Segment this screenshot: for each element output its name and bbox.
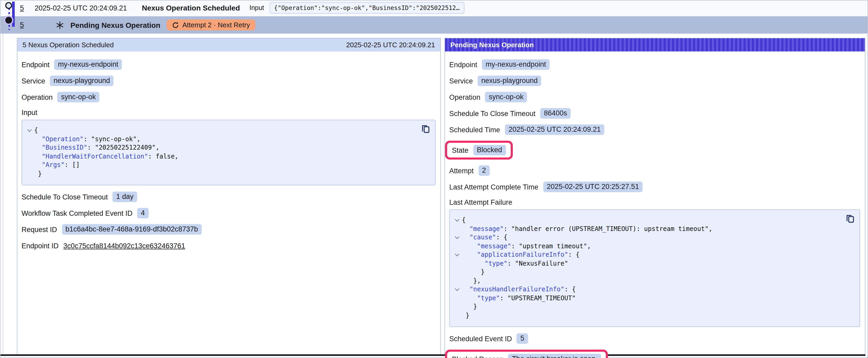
field-label: Operation — [449, 93, 480, 101]
attempt-badge-label: Attempt 2 · Next Retry — [182, 21, 250, 29]
json-indent — [462, 294, 477, 302]
json-line: "BusinessID" : "20250225122409", — [26, 143, 417, 152]
event-title: Nexus Operation Scheduled — [142, 4, 240, 12]
field-label: Last Attempt Complete Time — [449, 183, 538, 191]
collapse-chevron-icon[interactable] — [454, 233, 462, 242]
timeline-filled-circle-icon[interactable] — [5, 17, 12, 24]
json-key: "type" — [477, 294, 500, 302]
field-value-badge: my-nexus-endpoint — [54, 59, 122, 70]
field-value-badge: 4 — [137, 208, 149, 218]
json-value: : "handler error (UPSTREAM_TIMEOUT): ups… — [504, 224, 712, 233]
scheduled-panel-title: 5 Nexus Operation Scheduled — [23, 41, 114, 49]
scheduled-panel-timestamp: 2025-02-25 UTC 20:24:09.21 — [346, 41, 435, 49]
collapse-chevron-icon[interactable] — [454, 250, 462, 259]
field-label: Operation — [22, 93, 53, 101]
field-value-badge: 5 — [517, 333, 528, 344]
json-line: "applicationFailureInfo" : { — [454, 250, 842, 259]
json-indent — [34, 161, 42, 169]
json-indent — [462, 250, 477, 259]
copy-icon[interactable] — [845, 214, 855, 224]
json-value: { — [34, 126, 38, 135]
json-key: "applicationFailureInfo" — [477, 250, 568, 259]
json-key: "cause" — [469, 233, 496, 242]
copy-icon[interactable] — [421, 124, 430, 134]
field-schedule-to-close-timeout: Schedule To Close Timeout 86400s — [449, 108, 860, 119]
json-line: "type" : "UPSTREAM_TIMEOUT" — [454, 294, 842, 302]
field-label: Endpoint — [449, 61, 477, 68]
pending-event-title: Pending Nexus Operation — [70, 21, 160, 29]
json-line: "HandlerWaitForCancellation" : false, — [26, 152, 417, 161]
event-id-link[interactable]: 5 — [20, 4, 32, 12]
json-line: "nexusHandlerFailureInfo" : { — [454, 285, 842, 294]
json-key: "Operation" — [42, 135, 84, 143]
field-label: State — [452, 146, 468, 154]
field-service: Service nexus-playground — [22, 75, 436, 86]
event-row-pending[interactable]: 5 Pending Nexus Operation Attempt 2 · Ne… — [1, 16, 867, 34]
json-line: "type" : "NexusFailure" — [454, 259, 842, 268]
blocked-reason-value-badge: The circuit breaker is open. — [508, 354, 601, 358]
event-timestamp: 2025-02-25 UTC 20:24:09.21 — [35, 4, 138, 12]
json-key: "BusinessID" — [42, 143, 87, 152]
field-value-badge: sync-op-ok — [485, 92, 527, 102]
event-row-scheduled[interactable]: 5 2025-02-25 UTC 20:24:09.21 Nexus Opera… — [1, 1, 867, 15]
state-row: State Blocked — [449, 141, 860, 160]
field-endpoint: Endpoint my-nexus-endpoint — [22, 59, 436, 70]
field-label: Attempt — [449, 167, 474, 174]
pending-panel-body: Endpoint my-nexus-endpoint Service nexus… — [445, 52, 865, 358]
workflow-history-page: 5 2025-02-25 UTC 20:24:09.21 Nexus Opera… — [0, 0, 868, 358]
json-line: } — [454, 302, 842, 311]
json-value: } — [38, 169, 41, 178]
field-value-badge: 86400s — [540, 108, 571, 119]
json-indent — [462, 233, 469, 242]
field-label: Service — [449, 77, 473, 85]
pending-operation-panel: Pending Nexus Operation Endpoint my-nexu… — [444, 38, 865, 355]
input-section-label: Input — [22, 109, 436, 117]
collapse-chevron-icon[interactable] — [26, 126, 34, 135]
json-line: }, — [454, 276, 842, 285]
json-value: : "sync-op-ok", — [84, 135, 141, 143]
json-line: { — [454, 216, 842, 224]
json-indent — [34, 152, 42, 161]
bottom-divider — [1, 354, 865, 356]
field-label: Schedule To Close Timeout — [449, 109, 535, 117]
endpoint-id-link[interactable]: 3c0c75ccfa8144b092c13ce632463761 — [63, 242, 185, 250]
field-last-attempt-complete-time: Last Attempt Complete Time 2025-02-25 UT… — [449, 182, 860, 192]
json-key: "message" — [477, 242, 511, 250]
attempt-retry-badge: Attempt 2 · Next Retry — [166, 20, 255, 30]
blocked-reason-row: Blocked Reason The circuit breaker is op… — [449, 350, 860, 358]
field-scheduled-time: Scheduled Time 2025-02-25 UTC 20:24:09.2… — [449, 124, 860, 135]
collapse-chevron-icon[interactable] — [454, 285, 462, 294]
field-value-badge: b1c6a4bc-8ee7-468a-9169-df3b02c8737b — [62, 224, 202, 235]
json-value: { — [462, 216, 466, 224]
failure-json-block: { "message" : "handler error (UPSTREAM_T… — [449, 209, 860, 327]
field-value-badge: 2025-02-25 UTC 20:24:09.21 — [505, 124, 604, 135]
json-indent — [462, 224, 469, 233]
json-line: } — [454, 311, 842, 320]
field-endpoint: Endpoint my-nexus-endpoint — [449, 59, 860, 70]
detail-left-border — [3, 34, 3, 354]
collapse-chevron-icon[interactable] — [454, 216, 462, 224]
input-preview-chip[interactable]: {"Operation":"sync-op-ok","BusinessID":"… — [269, 2, 464, 14]
timeline-open-circle-icon[interactable] — [5, 2, 12, 9]
event-id-link[interactable]: 5 — [20, 21, 32, 29]
scheduled-panel-header: 5 Nexus Operation Scheduled 2025-02-25 U… — [17, 38, 440, 52]
state-value-badge: Blocked — [473, 145, 506, 155]
json-value: : false, — [148, 152, 179, 161]
json-indent — [34, 143, 42, 152]
json-value: : [] — [65, 161, 80, 169]
field-value-badge: 1 day — [113, 192, 137, 202]
json-value: : "UPSTREAM_TIMEOUT" — [500, 294, 576, 302]
json-line: "message" : "upstream timeout", — [454, 242, 842, 250]
field-request-id: Request ID b1c6a4bc-8ee7-468a-9169-df3b0… — [22, 224, 436, 235]
field-operation: Operation sync-op-ok — [22, 92, 436, 102]
field-label: Scheduled Time — [449, 126, 500, 134]
json-value: } — [466, 311, 469, 320]
scheduled-event-panel: 5 Nexus Operation Scheduled 2025-02-25 U… — [17, 38, 441, 355]
field-value-badge: sync-op-ok — [58, 92, 99, 102]
json-value: : "NexusFailure" — [507, 259, 568, 268]
json-indent — [462, 276, 473, 285]
pending-asterisk-icon — [56, 21, 64, 29]
field-schedule-to-close-timeout: Schedule To Close Timeout 1 day — [22, 192, 436, 202]
json-value: } — [481, 268, 485, 276]
field-value-badge: 2025-02-25 UTC 20:25:27.51 — [543, 182, 643, 192]
